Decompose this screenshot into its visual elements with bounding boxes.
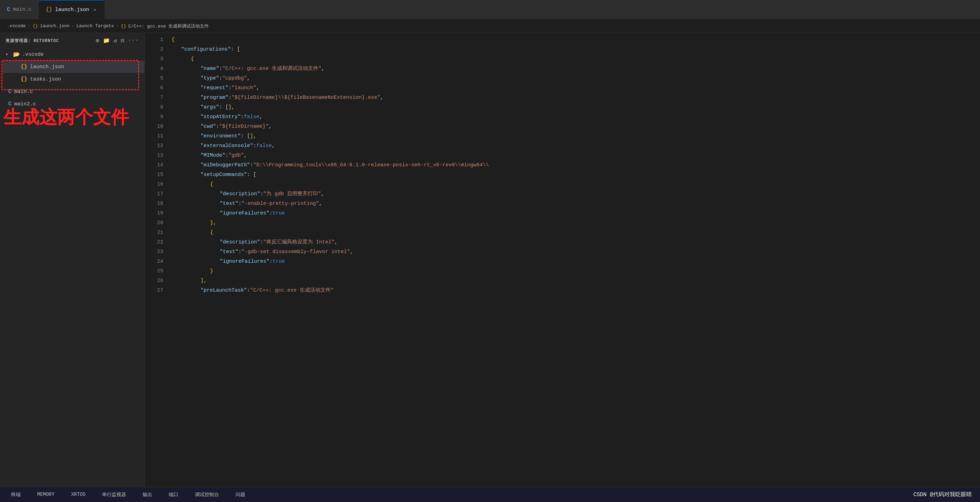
code-line-17: "description": "为 gdb 启用整齐打印", bbox=[169, 189, 980, 199]
code-line-19: "ignoreFailures": true bbox=[169, 209, 980, 218]
token: : bbox=[239, 248, 242, 256]
token: : bbox=[269, 209, 272, 218]
tab-close-button[interactable]: ✕ bbox=[92, 6, 97, 13]
token: { bbox=[210, 228, 213, 237]
line-num-11: 11 bbox=[145, 132, 163, 141]
token: { bbox=[172, 35, 175, 44]
token: "cwd" bbox=[200, 122, 216, 131]
token: { bbox=[191, 55, 194, 64]
code-line-3: { bbox=[169, 54, 980, 64]
token: "launch" bbox=[231, 84, 256, 93]
line-num-27: 27 bbox=[145, 286, 163, 295]
token: , bbox=[321, 64, 325, 73]
line-num-22: 22 bbox=[145, 238, 163, 247]
status-tab-ports[interactable]: 端口 bbox=[166, 490, 181, 499]
sidebar-header-icons: ⊕ 📁 ↺ ⊟ ··· bbox=[96, 37, 139, 44]
line-num-24: 24 bbox=[145, 257, 163, 267]
code-line-12: "externalConsole": false, bbox=[169, 141, 980, 151]
token: : bbox=[216, 122, 219, 131]
more-icon[interactable]: ··· bbox=[128, 37, 139, 44]
tree-folder-row-vscode[interactable]: ▾ 📂 .vscode bbox=[3, 48, 144, 60]
tree-vscode-folder: ▾ 📂 .vscode {} launch.json {} tasks.json bbox=[0, 48, 144, 86]
token: "gdb" bbox=[228, 151, 244, 160]
line-num-23: 23 bbox=[145, 247, 163, 257]
token: , bbox=[253, 132, 256, 141]
line-num-8: 8 bbox=[145, 103, 163, 112]
code-line-27: "preLaunchTask": "C/C++: gcc.exe 生成活动文件" bbox=[169, 286, 980, 295]
code-content: 1 2 3 4 5 6 7 8 9 10 11 12 13 14 15 16 1… bbox=[145, 33, 980, 487]
status-tab-debug-console[interactable]: 调试控制台 bbox=[192, 490, 222, 499]
token: "args" bbox=[200, 103, 219, 112]
token: "ignoreFailures" bbox=[220, 209, 269, 218]
token: : [ bbox=[219, 103, 228, 112]
token: "cppdbg" bbox=[222, 74, 247, 83]
line-num-3: 3 bbox=[145, 54, 163, 64]
chevron-down-icon: ▾ bbox=[5, 52, 11, 57]
code-line-14: "miDebuggerPath": "D:\\Programming_tools… bbox=[169, 160, 980, 170]
token: : bbox=[241, 113, 244, 122]
tree-file-main2-c[interactable]: C main2.c bbox=[0, 98, 144, 110]
new-folder-icon[interactable]: 📁 bbox=[103, 37, 110, 44]
token: "D:\\Programming_tools\\x86_64-8.1.0-rel… bbox=[253, 161, 486, 170]
breadcrumb-launch-json[interactable]: launch.json bbox=[40, 24, 70, 29]
line-numbers: 1 2 3 4 5 6 7 8 9 10 11 12 13 14 15 16 1… bbox=[145, 33, 169, 487]
line-num-5: 5 bbox=[145, 74, 163, 83]
token: : [ bbox=[247, 170, 256, 180]
folder-icon: 📂 bbox=[13, 51, 20, 58]
c-icon-main: C bbox=[8, 89, 12, 95]
tree-file-tasks-json[interactable]: {} tasks.json bbox=[3, 73, 144, 86]
token: "${fileDirname}\\${fileBasenameNoExtensi… bbox=[231, 93, 380, 102]
status-tab-output[interactable]: 输出 bbox=[140, 490, 155, 499]
code-line-9: "stopAtEntry": false, bbox=[169, 112, 980, 122]
token: "description" bbox=[220, 238, 260, 247]
token: \ bbox=[486, 161, 489, 170]
code-line-1: { bbox=[169, 35, 980, 45]
token: { bbox=[210, 180, 213, 189]
line-num-15: 15 bbox=[145, 170, 163, 180]
json-icon-tasks: {} bbox=[21, 76, 27, 82]
breadcrumb-config-name[interactable]: C/C++: gcc.exe 生成和调试活动文件 bbox=[128, 23, 209, 29]
new-file-icon[interactable]: ⊕ bbox=[96, 37, 100, 44]
breadcrumb-sep-2: › bbox=[72, 24, 75, 29]
breadcrumb-sep-3: › bbox=[116, 24, 119, 29]
status-tab-problems[interactable]: 问题 bbox=[233, 490, 248, 499]
breadcrumb-config-icon: {} bbox=[121, 24, 126, 29]
tab-bar: C main.c {} launch.json ✕ bbox=[0, 0, 980, 19]
code-lines[interactable]: { "configurations": [ { "name": "C/C++: … bbox=[169, 33, 980, 487]
token: , bbox=[231, 103, 235, 112]
code-line-13: "MIMode": "gdb", bbox=[169, 151, 980, 160]
status-bar: 终端 MEMORY XRTOS 串行监视器 输出 端口 调试控制台 问题 CSD… bbox=[0, 487, 980, 502]
collapse-icon[interactable]: ⊟ bbox=[121, 37, 125, 44]
status-tab-memory[interactable]: MEMORY bbox=[35, 490, 57, 499]
tree-file-main-c[interactable]: C main.c bbox=[0, 86, 144, 98]
token: "MIMode" bbox=[200, 151, 225, 160]
code-line-21: { bbox=[169, 228, 980, 238]
breadcrumb-launch-targets[interactable]: Launch Targets bbox=[76, 24, 114, 29]
status-tab-terminal[interactable]: 终端 bbox=[8, 490, 24, 499]
token: "type" bbox=[200, 74, 219, 83]
token: : bbox=[269, 257, 272, 266]
tree-file-launch-json[interactable]: {} launch.json bbox=[3, 60, 144, 73]
token: : bbox=[253, 141, 256, 151]
tab-main-c[interactable]: C main.c bbox=[0, 0, 39, 19]
token: } bbox=[210, 267, 213, 276]
token: "setupCommands" bbox=[200, 170, 247, 180]
token: }, bbox=[210, 219, 216, 227]
token: : [ bbox=[231, 45, 240, 54]
token: : bbox=[260, 190, 263, 199]
status-tab-xrtos[interactable]: XRTOS bbox=[68, 490, 88, 499]
line-num-21: 21 bbox=[145, 228, 163, 238]
refresh-icon[interactable]: ↺ bbox=[114, 37, 118, 44]
token: "text" bbox=[220, 199, 239, 208]
token: : bbox=[247, 286, 250, 295]
breadcrumb-sep-1: › bbox=[28, 24, 31, 29]
status-tab-serial[interactable]: 串行监视器 bbox=[99, 490, 129, 499]
token: "program" bbox=[200, 93, 228, 102]
sidebar-header: 资源管理器: RETURNTOC ⊕ 📁 ↺ ⊟ ··· bbox=[0, 33, 144, 48]
line-num-10: 10 bbox=[145, 122, 163, 132]
breadcrumb-vscode[interactable]: .vscode bbox=[7, 24, 26, 29]
code-line-16: { bbox=[169, 180, 980, 189]
tab-launch-json[interactable]: {} launch.json ✕ bbox=[39, 0, 105, 19]
token: "text" bbox=[220, 248, 239, 256]
token: , bbox=[269, 122, 272, 131]
